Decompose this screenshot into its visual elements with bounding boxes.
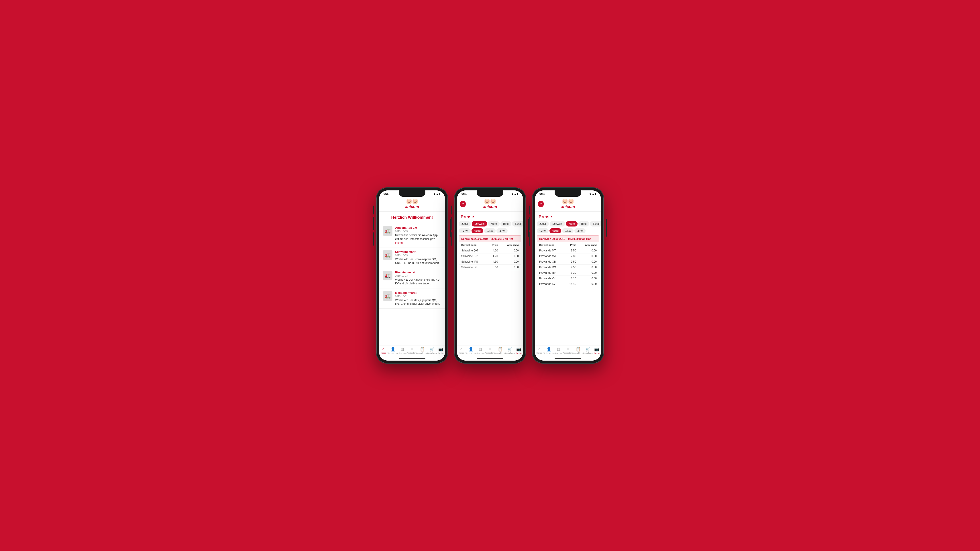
row-abw: 0.00 [578,264,599,270]
week-plus1-3[interactable]: +1 KW [537,228,549,233]
week-aktuell-3[interactable]: Aktuell [549,228,561,233]
nav-bestellung-3[interactable]: 🛒 Bestellung [583,347,593,354]
tab-schwein-3[interactable]: Schwein [550,221,565,226]
app-header-3: ? 🐷🐷 anicom [535,196,601,212]
week-plus1-2[interactable]: +1 KW [459,228,471,233]
nav-scannen-label-1: Scannen [398,352,406,354]
row-abw: 0.00 [578,259,599,264]
nav-bestellung-1[interactable]: 🛒 Bestellung [427,347,437,354]
price-table-section-2: Schweine 20.09.2019 – 26.09.2019 ab Hof … [459,236,521,271]
nav-bestellung-label-2: Bestellung [505,352,515,354]
tab-schwein-2[interactable]: Schwein [472,221,487,226]
row-preis: 6.00 [487,264,500,270]
news-date-0: 2019-10-03 [395,230,441,233]
table-row: Proviande RG 9.50 0.00 [537,264,599,270]
tab-rind-3[interactable]: Rind [578,221,589,226]
nav-scannen-3[interactable]: ▦ Scannen [554,347,562,354]
table-row: Schweine Bio 6.00 0.00 [459,264,521,270]
week-minus1-3[interactable]: -1 KW [562,228,574,233]
menu-icon[interactable] [383,203,387,205]
nav-anmeldung-1[interactable]: 📋 Anmeldung [417,347,427,354]
taxierungen-icon-3: 👤 [546,347,551,352]
news-list: 🚛 Anicom App 2.0 2019-10-03 Nutzen Sie b… [379,223,445,309]
col-preis-3: Preis [564,242,578,248]
anmeldung-icon-3: 📋 [576,347,581,352]
news-link-0[interactable]: [mehr] [395,241,403,244]
row-abw: 0.00 [578,248,599,253]
tab-jager-2[interactable]: Jager [459,221,471,226]
home-indicator-1 [379,356,445,361]
week-minus1-2[interactable]: -1 KW [484,228,496,233]
row-abw: 0.00 [578,253,599,259]
tab-more-3[interactable]: More [566,221,577,226]
phones-container: 9:38 ⊛ ▲ ▮ 🐷🐷 anicom [376,188,604,363]
nav-home-3[interactable]: ⌂ Home [535,347,543,354]
row-abw: 0.00 [500,264,521,270]
home-icon-1: ⌂ [382,347,384,352]
week-minus2-3[interactable]: -2 KW [574,228,586,233]
nav-tierbestand-3[interactable]: ≡ Tierbestand [563,347,573,354]
bestellung-icon-1: 🛒 [430,347,434,352]
table-row: Proviande KV 15.40 0.00 [537,281,599,287]
anicom-logo-3: 🐷🐷 anicom [561,199,575,209]
row-name: Schweine CNf [459,253,487,259]
row-abw: 0.00 [578,281,599,287]
nav-anmeldung-label-3: Anmeldung [573,352,583,354]
nav-preise-2[interactable]: 📷 Preise [515,347,523,354]
tab-schaf-3[interactable]: Schaf [590,221,601,226]
nav-anmeldung-2[interactable]: 📋 Anmeldung [495,347,505,354]
nav-home-1[interactable]: ⌂ Home [379,347,387,354]
row-abw: 0.00 [500,248,521,253]
app-header-2: ? 🐷🐷 anicom [457,196,523,212]
tab-schaf-2[interactable]: Schaf [512,221,523,226]
row-name: Schweine IPS [459,259,487,264]
nav-taxierungen-3[interactable]: 👤 Taxierungen [543,347,554,354]
nav-tierbestand-label-3: Tierbestand [563,352,573,354]
nav-bestellung-2[interactable]: 🛒 Bestellung [505,347,515,354]
news-date-3: 2019-10-01 [395,295,441,298]
phone-frame-1: 9:38 ⊛ ▲ ▮ 🐷🐷 anicom [376,188,448,363]
nav-taxierungen-2[interactable]: 👤 Taxierungen [465,347,476,354]
anmeldung-icon-2: 📋 [498,347,503,352]
news-item-2: 🚛 Rindviehmarkt 2019-10-03 Woche 41: Der… [379,268,445,288]
tab-rind-2[interactable]: Rind [501,221,511,226]
news-text-1: Woche 41: Der Schweinepreis QM, CNF, IPS… [395,258,441,265]
table-row: Schweine IPS 4.50 0.00 [459,259,521,264]
news-text-2: Woche 41: Der Rindviehpreis MT, RG, KV u… [395,278,441,285]
nav-scannen-2[interactable]: ▦ Scannen [476,347,484,354]
preise-icon-3: 📷 [594,347,599,352]
help-icon-2[interactable]: ? [460,201,466,207]
help-icon-3[interactable]: ? [538,201,544,207]
nav-home-label-2: Home [458,352,464,354]
week-aktuell-2[interactable]: Aktuell [471,228,483,233]
nav-tierbestand-1[interactable]: ≡ Tierbestand [407,347,417,354]
news-content-2: Rindviehmarkt 2019-10-03 Woche 41: Der R… [395,271,441,285]
nav-anmeldung-3[interactable]: 📋 Anmeldung [573,347,583,354]
nav-tierbestand-2[interactable]: ≡ Tierbestand [485,347,495,354]
nav-scannen-1[interactable]: ▦ Scannen [398,347,406,354]
tierbestand-icon-3: ≡ [566,347,569,352]
tab-jager-3[interactable]: Jager [537,221,549,226]
phone-frame-2: 9:43 ⊛ ▲ ▮ ? 🐷🐷 anicom Prei [454,188,526,363]
col-preis-2: Preis [487,242,500,248]
nav-taxierungen-label-1: Taxierungen [387,352,398,354]
week-minus2-2[interactable]: -2 KW [496,228,508,233]
home-icon-3: ⌂ [538,347,540,352]
row-name: Proviande MA [537,253,564,259]
tab-more-2[interactable]: More [488,221,500,226]
welcome-title: Herzlich Willkommen! [379,212,445,223]
price-table-header-2: Schweine 20.09.2019 – 26.09.2019 ab Hof [459,236,521,242]
table-row: Proviande MT 9.50 0.00 [537,248,599,253]
battery-icon-2: ▮ [517,193,519,195]
row-abw: 0.00 [578,270,599,276]
table-row: Schweine QM 4.20 0.00 [459,248,521,253]
nav-taxierungen-1[interactable]: 👤 Taxierungen [387,347,398,354]
nav-scannen-label-2: Scannen [476,352,484,354]
news-item-1: 🚛 Schweinemarkt 2019-10-03 Woche 41: Der… [379,247,445,268]
nav-preise-3[interactable]: 📷 Preise [593,347,601,354]
nav-preise-label-1: Preise [438,352,444,354]
preise-icon-1: 📷 [438,347,443,352]
nav-preise-1[interactable]: 📷 Preise [437,347,445,354]
truck-icon-3: 🚛 [385,293,391,299]
nav-home-2[interactable]: ⌂ Home [457,347,465,354]
